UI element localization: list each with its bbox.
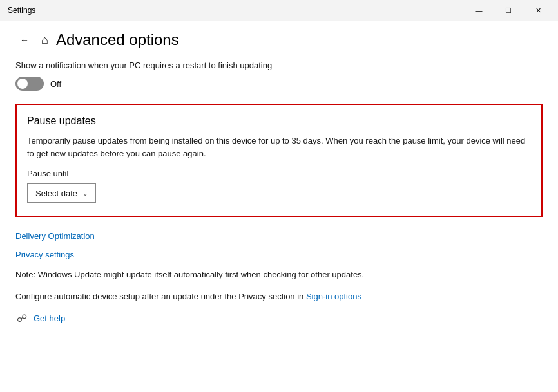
link-section: Delivery Optimization Privacy settings	[15, 231, 543, 259]
pause-updates-box: Pause updates Temporarily pause updates …	[15, 104, 543, 217]
settings-title: Settings	[8, 6, 35, 15]
pause-updates-title: Pause updates	[27, 115, 531, 127]
close-button[interactable]: ✕	[523, 0, 553, 21]
toggle-track	[15, 77, 44, 91]
minimize-button[interactable]: —	[464, 0, 494, 21]
toggle-row: Off	[15, 77, 543, 91]
note-2-prefix: Configure automatic device setup after a…	[15, 292, 306, 301]
toggle-thumb	[17, 79, 28, 89]
maximize-button[interactable]: ☐	[494, 0, 523, 21]
pause-until-label: Pause until	[27, 169, 531, 178]
toggle-section: Show a notification when your PC require…	[15, 61, 543, 91]
page-title: Advanced options	[56, 31, 179, 49]
title-bar-left: Settings	[8, 6, 35, 15]
notes-section: Note: Windows Update might update itself…	[15, 268, 543, 303]
notification-toggle[interactable]	[15, 77, 44, 91]
back-button[interactable]: ←	[15, 31, 34, 49]
sign-in-options-link[interactable]: Sign-in options	[306, 292, 361, 301]
chevron-down-icon: ⌄	[82, 190, 88, 197]
get-help-row: ☍ Get help	[15, 312, 543, 324]
select-date-label: Select date	[35, 189, 77, 198]
note-2: Configure automatic device setup after a…	[15, 290, 543, 303]
get-help-icon: ☍	[15, 312, 28, 324]
pause-updates-description: Temporarily pause updates from being ins…	[27, 135, 531, 160]
title-bar: Settings — ☐ ✕	[0, 0, 558, 21]
main-content: ← ⌂ Advanced options Show a notification…	[0, 21, 558, 392]
select-date-button[interactable]: Select date ⌄	[27, 183, 96, 203]
privacy-settings-link[interactable]: Privacy settings	[15, 250, 543, 259]
page-header: ← ⌂ Advanced options	[15, 31, 543, 49]
back-icon: ←	[20, 35, 29, 45]
title-bar-controls: — ☐ ✕	[464, 0, 553, 21]
delivery-optimization-link[interactable]: Delivery Optimization	[15, 231, 543, 241]
toggle-state-label: Off	[50, 79, 61, 89]
home-icon: ⌂	[41, 33, 48, 47]
get-help-link[interactable]: Get help	[34, 313, 65, 323]
note-1: Note: Windows Update might update itself…	[15, 268, 543, 281]
toggle-description: Show a notification when your PC require…	[15, 61, 543, 70]
